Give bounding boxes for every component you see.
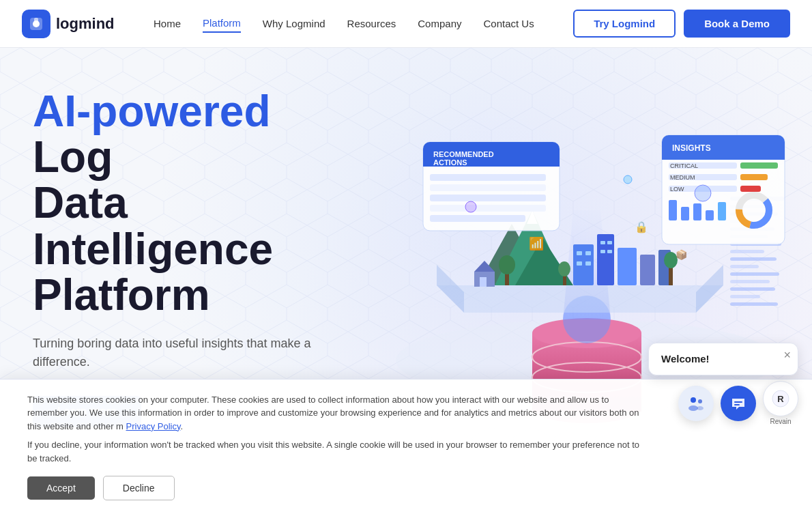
svg-rect-81 — [706, 210, 714, 220]
svg-rect-62 — [430, 195, 546, 201]
nav-resources[interactable]: Resources — [347, 15, 396, 32]
nav-home[interactable]: Home — [154, 15, 181, 32]
svg-rect-47 — [730, 250, 764, 253]
svg-rect-51 — [730, 280, 770, 283]
svg-rect-27 — [600, 241, 605, 244]
hero-title-rest: LogDataIntelligencePlatform — [33, 132, 273, 319]
nav-contact-us[interactable]: Contact Us — [483, 15, 534, 32]
svg-rect-70 — [740, 162, 778, 169]
chat-icon-row: R Revain — [678, 381, 798, 425]
decline-cookies-button[interactable]: Decline — [103, 476, 175, 500]
svg-rect-20 — [618, 248, 637, 285]
svg-rect-63 — [430, 205, 546, 212]
svg-rect-25 — [577, 261, 582, 266]
svg-rect-54 — [730, 302, 778, 306]
svg-marker-11 — [437, 285, 723, 313]
svg-rect-52 — [730, 287, 775, 291]
chat-widget: × Welcome! — [648, 343, 798, 425]
logo[interactable]: logmind — [22, 10, 115, 38]
svg-rect-53 — [730, 295, 760, 298]
svg-point-92 — [691, 397, 696, 403]
cookie-text-primary: This website stores cookies on your comp… — [27, 393, 641, 433]
svg-rect-82 — [718, 202, 726, 220]
svg-text:MEDIUM: MEDIUM — [670, 174, 695, 181]
svg-point-94 — [698, 399, 702, 403]
svg-rect-50 — [730, 272, 779, 276]
chat-open-button[interactable] — [721, 386, 756, 421]
svg-text:📦: 📦 — [676, 249, 688, 261]
svg-rect-28 — [607, 241, 612, 244]
svg-text:🔒: 🔒 — [635, 220, 648, 233]
chat-close-button[interactable]: × — [783, 349, 791, 361]
hero-title-highlight: AI-powered — [33, 87, 270, 136]
svg-rect-49 — [730, 265, 759, 268]
svg-rect-26 — [585, 261, 591, 266]
svg-point-89 — [695, 185, 711, 201]
chat-bubble: × Welcome! — [648, 343, 798, 375]
svg-rect-48 — [730, 257, 777, 261]
svg-text:LOW: LOW — [670, 186, 684, 192]
book-demo-button[interactable]: Book a Demo — [684, 10, 790, 38]
svg-rect-73 — [740, 174, 768, 180]
svg-text:RECOMMENDED: RECOMMENDED — [433, 150, 494, 158]
cookie-actions: Accept Decline — [27, 476, 785, 500]
revain-button[interactable]: R — [763, 381, 798, 416]
privacy-policy-link[interactable]: Privacy Policy — [126, 421, 181, 431]
chat-avatar-icon[interactable] — [678, 386, 714, 421]
svg-point-90 — [465, 201, 476, 212]
svg-point-91 — [624, 175, 632, 184]
svg-text:R: R — [777, 394, 784, 404]
nav-actions: Try Logmind Book a Demo — [573, 10, 790, 38]
svg-rect-96 — [734, 401, 742, 403]
svg-rect-97 — [734, 404, 740, 405]
accept-cookies-button[interactable]: Accept — [27, 476, 95, 500]
revain-label: Revain — [770, 418, 791, 425]
cookie-text-secondary: If you decline, your information won't b… — [27, 438, 641, 465]
svg-rect-78 — [669, 200, 677, 220]
hero-title: AI-powered LogDataIntelligencePlatform — [33, 89, 322, 318]
svg-rect-64 — [430, 215, 525, 222]
svg-text:INSIGHTS: INSIGHTS — [672, 143, 711, 153]
svg-rect-23 — [577, 251, 582, 255]
logo-text: logmind — [56, 15, 115, 33]
svg-rect-29 — [600, 250, 605, 253]
svg-rect-61 — [430, 184, 546, 191]
nav-why-logmind[interactable]: Why Logmind — [263, 15, 325, 32]
svg-point-32 — [499, 255, 515, 274]
svg-rect-2 — [34, 18, 38, 24]
hero-subtitle: Turning boring data into useful insights… — [33, 334, 322, 371]
nav-links: Home Platform Why Logmind Resources Comp… — [154, 14, 534, 33]
svg-rect-21 — [640, 255, 655, 285]
svg-text:CRITICAL: CRITICAL — [670, 162, 698, 169]
svg-rect-24 — [585, 251, 591, 255]
nav-platform[interactable]: Platform — [203, 14, 241, 33]
svg-rect-30 — [607, 250, 612, 253]
try-logmind-button[interactable]: Try Logmind — [573, 10, 676, 38]
svg-rect-79 — [681, 207, 689, 220]
svg-point-95 — [697, 406, 704, 410]
svg-rect-88 — [480, 277, 487, 287]
svg-text:ACTIONS: ACTIONS — [433, 158, 467, 167]
svg-marker-12 — [437, 265, 464, 313]
svg-rect-76 — [740, 186, 761, 192]
svg-rect-80 — [693, 203, 701, 220]
svg-text:📶: 📶 — [529, 236, 545, 251]
svg-point-36 — [558, 261, 570, 276]
svg-point-93 — [688, 405, 698, 411]
logo-icon — [22, 10, 50, 38]
nav-company[interactable]: Company — [418, 15, 461, 32]
svg-marker-13 — [696, 265, 723, 313]
chat-welcome-text: Welcome! — [661, 353, 710, 365]
svg-rect-60 — [430, 174, 546, 181]
navbar: logmind Home Platform Why Logmind Resour… — [0, 0, 812, 48]
